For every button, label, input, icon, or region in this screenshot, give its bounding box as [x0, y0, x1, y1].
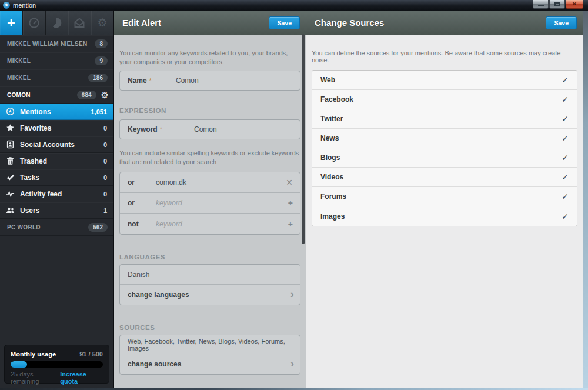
change-sources-header: Change Sources Save	[306, 11, 583, 35]
nav-label: Trashed	[20, 157, 103, 165]
edit-alert-save-button[interactable]: Save	[269, 16, 300, 29]
nav-count: 0	[103, 174, 113, 181]
nav-count: 0	[103, 158, 113, 165]
source-row-twitter[interactable]: Twitter	[312, 109, 577, 129]
chevron-right-icon	[290, 358, 294, 369]
expression-section-label: EXPRESSION	[119, 107, 300, 114]
nav-count: 0	[103, 191, 113, 198]
increase-quota-link[interactable]: Increase quota	[60, 371, 103, 385]
monthly-usage-panel: Monthly usage 91 / 500 25 days remaining…	[5, 345, 109, 383]
change-languages-button[interactable]: change languages	[120, 285, 300, 305]
sidebar-alert-item[interactable]: COMON684⚙	[0, 86, 113, 104]
pie-chart-icon	[51, 17, 62, 29]
sidebar: +⚙ MIKKEL WILLIAM NIELSEN8MIKKEL9MIKKEL1…	[0, 11, 113, 388]
source-name: Forums	[320, 192, 562, 201]
minimize-button[interactable]	[533, 0, 549, 9]
gear-icon: ⚙	[98, 17, 108, 29]
toolbar: +⚙	[0, 11, 113, 35]
remove-keyword-icon[interactable]: ✕	[286, 178, 293, 186]
required-asterisk: *	[149, 78, 152, 84]
sidebar-item-favorites[interactable]: Favorites0	[0, 120, 113, 136]
source-name: Videos	[320, 173, 562, 181]
source-name: Twitter	[320, 115, 562, 123]
expression-keyword-value[interactable]: comon.dk	[156, 178, 186, 186]
edit-alert-scrollbar[interactable]	[302, 34, 305, 244]
count-badge: 9	[95, 56, 108, 65]
count-badge: 562	[88, 223, 108, 232]
expression-keyword-input[interactable]: keyword	[156, 199, 182, 207]
messages-button[interactable]	[68, 11, 91, 35]
activity-icon	[6, 189, 15, 199]
checkmark-icon	[562, 212, 569, 221]
change-sources-panel: Change Sources Save You can define the s…	[306, 11, 583, 388]
sidebar-item-activity-feed[interactable]: Activity feed0	[0, 186, 113, 202]
checkmark-icon	[562, 192, 569, 201]
source-row-blogs[interactable]: Blogs	[312, 148, 577, 168]
sidebar-item-mentions[interactable]: Mentions1,051	[0, 104, 113, 120]
minimize-icon	[538, 5, 544, 6]
count-badge: 8	[95, 39, 108, 48]
maximize-icon	[554, 2, 560, 6]
sidebar-item-tasks[interactable]: Tasks0	[0, 169, 113, 186]
usage-progress-fill	[11, 361, 27, 368]
source-row-images[interactable]: Images	[312, 206, 577, 226]
source-row-facebook[interactable]: Facebook	[312, 90, 577, 109]
usage-remaining: 25 days remaining	[11, 371, 60, 385]
add-keyword-icon[interactable]: +	[288, 220, 293, 228]
nav-count: 0	[103, 125, 113, 132]
source-row-forums[interactable]: Forums	[312, 187, 577, 206]
sidebar-item-trashed[interactable]: Trashed0	[0, 153, 113, 169]
change-languages-label: change languages	[128, 291, 189, 299]
current-languages: Danish	[128, 271, 149, 279]
sources-group: Web, Facebook, Twitter, News, Blogs, Vid…	[119, 335, 300, 375]
current-sources: Web, Facebook, Twitter, News, Blogs, Vid…	[128, 338, 292, 352]
chevron-right-icon	[290, 289, 294, 299]
titlebar[interactable]: ★ mention	[0, 0, 588, 11]
alert-settings-gear-icon[interactable]: ⚙	[101, 91, 109, 99]
window-controls	[532, 0, 583, 9]
sidebar-alert-item[interactable]: MIKKEL186	[0, 69, 113, 86]
keyword-label: Keyword	[128, 125, 158, 134]
name-field[interactable]: Name * Comon	[119, 71, 300, 91]
edit-alert-intro: You can monitor any keywords related to …	[119, 49, 300, 66]
nav-label: Users	[20, 206, 103, 215]
alert-list: MIKKEL WILLIAM NIELSEN8MIKKEL9MIKKEL186C…	[0, 35, 113, 104]
app-logo-icon: ★	[3, 2, 10, 9]
sidebar-alert-item[interactable]: MIKKEL WILLIAM NIELSEN8	[0, 35, 113, 52]
change-sources-button[interactable]: change sources	[120, 354, 300, 374]
new-alert-button[interactable]: +	[0, 11, 23, 35]
sources-list: WebFacebookTwitterNewsBlogsVideosForumsI…	[312, 70, 577, 226]
nav-label: Favorites	[20, 124, 103, 132]
edit-alert-body: You can monitor any keywords related to …	[114, 49, 306, 375]
source-row-videos[interactable]: Videos	[312, 168, 577, 187]
statistics-button[interactable]	[46, 11, 69, 35]
sidebar-item-social-accounts[interactable]: Social Accounts0	[0, 136, 113, 153]
nav-label: Activity feed	[20, 190, 103, 198]
expression-keyword-input[interactable]: keyword	[156, 220, 182, 228]
maximize-button[interactable]	[549, 0, 565, 9]
dashboard-button[interactable]	[23, 11, 46, 35]
languages-group: Danish change languages	[119, 264, 300, 305]
sidebar-item-users[interactable]: Users1	[0, 202, 113, 219]
edit-alert-header: Edit Alert Save	[114, 11, 306, 35]
alert-name: COMON	[0, 92, 77, 98]
expression-operator: or	[120, 178, 135, 186]
source-name: News	[320, 134, 562, 142]
sidebar-alert-item[interactable]: MIKKEL9	[0, 52, 113, 69]
sidebar-item-pc-world[interactable]: PC WORLD 562	[0, 219, 113, 236]
mention-icon	[6, 107, 15, 116]
plus-icon: +	[7, 16, 15, 29]
close-button[interactable]	[566, 0, 583, 9]
expression-rows: orcomon.dk✕orkeyword+notkeyword+	[119, 172, 300, 235]
usage-quota: 91 / 500	[79, 351, 103, 358]
keyword-value: Comon	[194, 120, 217, 139]
trash-icon	[6, 156, 15, 166]
source-row-news[interactable]: News	[312, 129, 577, 148]
edit-alert-title: Edit Alert	[122, 18, 269, 28]
settings-button[interactable]: ⚙	[91, 11, 113, 35]
source-row-web[interactable]: Web	[312, 71, 577, 90]
add-keyword-icon[interactable]: +	[288, 199, 293, 207]
count-badge: 684	[77, 91, 96, 99]
keyword-field[interactable]: Keyword * Comon	[119, 119, 300, 139]
change-sources-save-button[interactable]: Save	[546, 16, 577, 29]
